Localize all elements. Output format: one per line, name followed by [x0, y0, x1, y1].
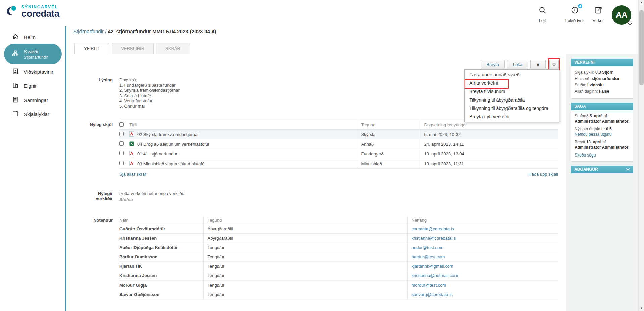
access-panel-title: AÐGANGUR	[574, 166, 598, 173]
sidebar-item-heim[interactable]: Heim	[0, 32, 66, 42]
view-history-link[interactable]: Skoða sögu	[575, 153, 596, 158]
row-checkbox[interactable]	[119, 151, 124, 156]
avatar-chevron-down-icon[interactable]	[628, 21, 632, 27]
menu-item-edit-references[interactable]: Breyta tilvísunum	[465, 87, 559, 96]
document-date: 5. maí 2023, 10:32	[420, 130, 558, 139]
menu-item-notify-responsible[interactable]: Tilkynning til ábyrgðaraðila	[465, 96, 559, 104]
document-row[interactable]: 03 Minnisblað vegna sölu á hlutafé Minni…	[119, 159, 558, 169]
edit-button[interactable]: Breyta	[481, 60, 505, 69]
user-email-link[interactable]: kjartanhk@gmail.com	[412, 264, 453, 269]
document-title[interactable]: 03 Minnisblað vegna sölu á hlutafé	[137, 161, 204, 166]
recent-documents-label: Nýleg skjöl	[81, 120, 119, 177]
row-checkbox[interactable]	[119, 132, 124, 136]
create-task-link[interactable]: Stofna	[119, 197, 558, 202]
user-row[interactable]: Guðrún Ósvífursdóttir Ábyrgðaraðili core…	[119, 224, 558, 233]
user-row[interactable]: Kristíanna Jessen Ábyrgðaraðili kristian…	[119, 233, 558, 243]
gear-context-menu: Færa undir annað svæði Afrita verkefni B…	[464, 69, 559, 122]
user-email-link[interactable]: coredata@coredata.is	[412, 226, 454, 231]
users-col-email: Netfang	[407, 216, 558, 224]
sidebar-item-label: Eignir	[24, 83, 37, 89]
user-name: Kristíanna Jessen	[119, 271, 203, 280]
document-title[interactable]: 04 Drög að áætlun um verkefnastofur	[137, 142, 209, 147]
user-row[interactable]: Sævar Guðjónsson Tengd/ur saevarg@coreda…	[119, 290, 558, 299]
sidebar-item-label: Svæði	[24, 49, 48, 54]
sidebar-item-label: Samningar	[24, 97, 48, 103]
documents-col-type: Tegund	[357, 120, 420, 130]
user-email-link[interactable]: bardur@test.com	[412, 254, 445, 259]
menu-item-copy-project[interactable]: Afrita verkefni	[465, 79, 559, 87]
user-row[interactable]: Kjartan HK Tengd/ur kjartanhk@gmail.com	[119, 261, 558, 271]
sidebar-item-samningar[interactable]: Samningar	[0, 95, 66, 105]
search-action[interactable]: Leit	[527, 6, 557, 23]
user-name: Mörður Gígja	[119, 280, 203, 290]
name-version-link[interactable]: Nefndu þessa útgáfu	[575, 132, 612, 137]
user-email-link[interactable]: saevarg@coredata.is	[412, 292, 453, 297]
field-label: Allan daginn:	[575, 89, 599, 94]
sidebar-item-vidskiptavinir[interactable]: Viðskiptavinir	[0, 67, 66, 76]
gear-highlight-frame: ⚙	[548, 58, 560, 70]
user-row[interactable]: Bárður Dumbsson Tengd/ur bardur@test.com	[119, 252, 558, 261]
document-title[interactable]: 01 41. stjórnarfundur	[137, 151, 177, 157]
search-icon	[538, 6, 547, 15]
pdf-icon	[129, 151, 134, 157]
menu-item-convert-parent-project[interactable]: Breyta í yfirverkefni	[465, 113, 559, 121]
row-checkbox[interactable]	[119, 161, 124, 165]
scrollbar-thumb[interactable]	[639, 10, 644, 85]
select-all-checkbox[interactable]	[119, 122, 124, 127]
history-panel-title: SAGA	[574, 103, 586, 110]
scroll-up-arrow[interactable]: ▲	[639, 0, 644, 5]
sidebar-item-skjalalyklar[interactable]: Skjalalyklar	[0, 109, 66, 119]
see-all-files-link[interactable]: Sjá allar skrár	[119, 172, 146, 177]
upload-document-link[interactable]: Hlaða upp skjali	[527, 172, 558, 177]
user-row[interactable]: Mörður Gígja Tengd/ur mordur@test.com	[119, 280, 558, 290]
user-email-link[interactable]: kristianna@hotmail.com	[412, 273, 458, 278]
sidebar-item-label: Skjalalyklar	[24, 111, 49, 117]
document-row[interactable]: 04 Drög að áætlun um verkefnastofur Anna…	[119, 139, 558, 149]
menu-item-move-area[interactable]: Færa undir annað svæði	[465, 71, 559, 79]
user-row[interactable]: Kristíanna Jessen Tengd/ur kristianna@ho…	[119, 271, 558, 280]
tab-skrar[interactable]: SKRÁR	[156, 43, 190, 54]
user-name: Auður Djúpúðga Ketilsdóttir	[119, 243, 203, 252]
tab-bar: YFIRLIT VERKLIÐIR SKRÁR	[74, 43, 190, 54]
home-icon	[12, 33, 19, 41]
clients-icon	[12, 68, 19, 76]
row-checkbox[interactable]	[119, 141, 124, 146]
user-email-link[interactable]: audur@test.com	[412, 245, 444, 250]
breadcrumb-current: 42. stjórnarfundur MMG 5.04.2023 (2023-0…	[108, 28, 216, 34]
user-email-link[interactable]: mordur@test.com	[412, 283, 446, 288]
document-icon	[12, 96, 19, 104]
user-email-link[interactable]: kristianna@coredata.is	[412, 236, 456, 241]
user-row[interactable]: Auður Djúpúðga Ketilsdóttir Tengd/ur aud…	[119, 243, 558, 252]
project-panel-title: VERKEFNI	[574, 59, 595, 66]
calendar-icon	[12, 110, 19, 118]
tab-verklidir[interactable]: VERKLIÐIR	[112, 43, 154, 54]
field-value: stjórnarfundur	[592, 76, 620, 81]
vertical-scrollbar[interactable]: ▲ ▼	[638, 0, 644, 311]
sidebar-item-eignir[interactable]: Eignir	[0, 81, 66, 90]
sidebar-item-svaedi[interactable]: Svæði Stjórnarfundir	[4, 44, 62, 64]
recent-tasks-section: Nýlegir verkliðir Þetta verkefni hefur e…	[81, 191, 558, 202]
document-title[interactable]: 02 Skýrsla framkvæmdastjórnar	[137, 132, 199, 137]
coredata-logo-icon	[5, 4, 19, 19]
scroll-down-arrow[interactable]: ▼	[639, 306, 644, 311]
document-date: 24. apríl 2023, 14:11	[420, 139, 558, 149]
close-button[interactable]: Loka	[507, 60, 528, 69]
star-button[interactable]: ★	[530, 60, 546, 69]
sidebar-divider	[65, 26, 66, 311]
gear-button[interactable]: ⚙	[549, 60, 559, 69]
user-type: Tengd/ur	[203, 280, 407, 290]
document-type: Fundargerð	[357, 149, 420, 159]
user-type: Tengd/ur	[203, 261, 407, 271]
user-name: Kjartan HK	[119, 261, 203, 271]
user-type: Tengd/ur	[203, 243, 407, 252]
app-logo[interactable]: SÝNINGARVÉL coredata	[5, 4, 59, 19]
activity-action[interactable]: Virkni	[583, 6, 613, 23]
document-row[interactable]: 01 41. stjórnarfundur Fundargerð 13. apr…	[119, 149, 558, 159]
tab-yfirlit[interactable]: YFIRLIT	[74, 43, 109, 54]
breadcrumb-parent[interactable]: Stjórnarfundir	[73, 28, 104, 34]
menu-item-notify-responsible-linked[interactable]: Tilkynning til ábyrgðaraðila og tengdra	[465, 104, 559, 113]
document-row[interactable]: 02 Skýrsla framkvæmdastjórnar Skýrsla 5.…	[119, 130, 558, 139]
users-col-name: Nafn	[119, 216, 203, 224]
access-panel-header[interactable]: AÐGANGUR	[571, 166, 633, 173]
building-icon	[12, 82, 19, 90]
